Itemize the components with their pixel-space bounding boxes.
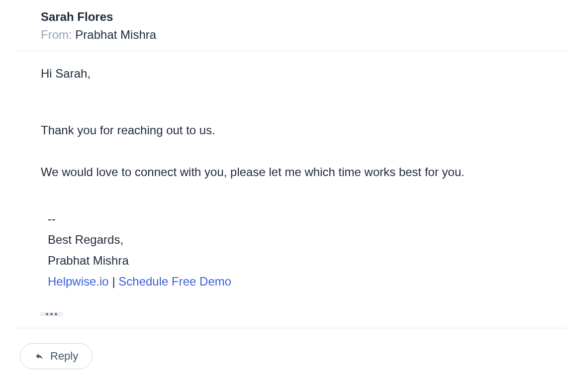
email-footer: Reply — [0, 328, 567, 384]
signature-name: Prabhat Mishra — [48, 250, 542, 271]
from-line: From: Prabhat Mishra — [41, 28, 542, 42]
body-paragraph-2: We would love to connect with you, pleas… — [41, 162, 542, 183]
expand-quoted-button[interactable] — [40, 312, 63, 316]
signature-link-demo[interactable]: Schedule Free Demo — [118, 275, 231, 288]
email-header: Sarah Flores From: Prabhat Mishra — [16, 0, 567, 51]
from-label: From: — [41, 28, 72, 41]
signature-link-separator: | — [109, 275, 119, 288]
reply-icon — [34, 352, 44, 361]
reply-button[interactable]: Reply — [20, 343, 93, 369]
email-body: Hi Sarah, Thank you for reaching out to … — [16, 51, 567, 328]
greeting: Hi Sarah, — [41, 63, 542, 84]
dot-icon — [55, 313, 57, 315]
reply-label: Reply — [50, 350, 78, 363]
dot-icon — [50, 313, 53, 315]
recipient-name: Sarah Flores — [41, 10, 542, 24]
body-paragraph-1: Thank you for reaching out to us. — [41, 120, 542, 141]
signature-divider: -- — [48, 208, 542, 229]
from-name: Prabhat Mishra — [75, 28, 156, 41]
signature-links: Helpwise.io | Schedule Free Demo — [48, 271, 542, 292]
signature-block: -- Best Regards, Prabhat Mishra Helpwise… — [41, 208, 542, 292]
dot-icon — [46, 313, 48, 315]
signature-regards: Best Regards, — [48, 229, 542, 250]
signature-link-helpwise[interactable]: Helpwise.io — [48, 275, 109, 288]
